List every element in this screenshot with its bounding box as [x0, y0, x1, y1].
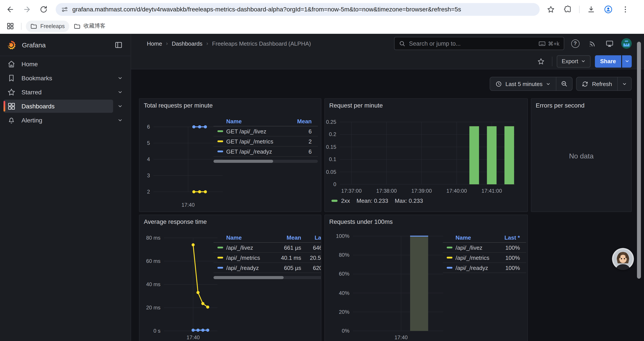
panel-total-requests: Total requests per minute 6543217:40 Nam…	[139, 98, 321, 212]
url-bar[interactable]	[56, 3, 540, 16]
legend-scrollbar[interactable]	[214, 160, 318, 163]
browser-menu-button[interactable]	[618, 3, 632, 16]
total-requests-chart[interactable]: 6543217:40	[154, 127, 223, 192]
expand-dashboards-button[interactable]	[113, 100, 127, 113]
extensions-button[interactable]	[561, 3, 574, 16]
grafana-brand: Grafana	[22, 41, 112, 49]
average-response-time-chart[interactable]: 80 ms60 ms40 ms20 ms0 s17:40	[164, 238, 218, 331]
sidebar-item-label: Starred	[22, 89, 42, 96]
panel-title[interactable]: Requests under 100ms	[329, 218, 393, 225]
dashboards-grid-icon	[7, 102, 16, 111]
scrollbar-thumb[interactable]	[214, 160, 273, 163]
share-menu-button[interactable]	[622, 55, 632, 67]
panel-errors-per-second: Errors per second No data	[531, 98, 632, 212]
sidebar-item-bookmarks[interactable]: Bookmarks	[4, 72, 127, 85]
sidebar-nav: Home Bookmarks Starred	[0, 56, 131, 127]
legend-row[interactable]: /api/_/readyz 100%	[443, 263, 526, 273]
sidebar-collapse-button[interactable]	[112, 39, 124, 51]
y-axis-tick: 40 ms	[146, 281, 160, 287]
legend-row[interactable]: GET /api/_/metrics 2	[214, 137, 318, 147]
grafana-sidebar: Grafana Home Bookmarks	[0, 34, 131, 341]
scrollbar-thumb[interactable]	[214, 276, 284, 279]
folder-icon	[30, 23, 37, 30]
legend-table: Name Mean Last * /api/_/livez 661 µs 646…	[214, 233, 321, 279]
floating-assistant-avatar[interactable]	[612, 248, 634, 270]
grafana-main: Home › Dashboards › Freeleaps Metrics Da…	[131, 34, 644, 341]
legend-row[interactable]: /api/_/metrics 40.1 ms 20.5 ms	[214, 253, 321, 263]
requests-under-100ms-chart[interactable]: 100%80%60%40%20%0%17:40	[353, 236, 443, 331]
request-per-minute-chart[interactable]: 0.250.20.150.10.05017:37:0017:38:0017:39…	[340, 122, 515, 184]
url-input[interactable]	[72, 6, 534, 13]
news-button[interactable]	[586, 37, 599, 50]
refresh-interval-button[interactable]	[618, 77, 631, 90]
x-axis-tick: 17:37:00	[341, 188, 362, 194]
search-bar[interactable]: ⌘+k	[394, 37, 564, 50]
dashboard-actions-row: Export Share	[131, 53, 644, 69]
downloads-button[interactable]	[584, 3, 598, 16]
legend-row[interactable]: /api/_/metrics 100%	[443, 253, 526, 263]
expand-bookmarks-button[interactable]	[113, 72, 127, 85]
time-controls: Last 5 minutes Refresh	[490, 77, 632, 91]
extensions-puzzle-icon	[564, 5, 572, 14]
search-input[interactable]	[409, 40, 538, 47]
y-axis-tick: 80%	[339, 252, 350, 258]
y-axis-tick: 0.15	[326, 144, 336, 150]
refresh-icon	[582, 81, 588, 87]
sidebar-item-starred[interactable]: Starred	[4, 86, 127, 99]
bookmark-folder-freeleaps[interactable]: Freeleaps	[26, 21, 69, 32]
legend-row[interactable]: /api/_/livez 661 µs 646 µs	[214, 243, 321, 253]
export-button[interactable]: Export	[557, 55, 590, 67]
refresh-button[interactable]: Refresh	[577, 77, 617, 90]
bookmarks-bar: Freeleaps 收藏博客	[0, 19, 644, 34]
panel-title[interactable]: Average response time	[144, 218, 207, 225]
bookmarks-divider	[21, 23, 22, 30]
reload-button[interactable]	[37, 3, 50, 16]
legend-row[interactable]: /api/_/livez 100%	[443, 243, 526, 253]
zoom-out-button[interactable]	[556, 77, 572, 90]
panel-request-per-minute: Request per minute 0.250.20.150.10.05017…	[324, 98, 528, 212]
y-axis-tick: 60 ms	[146, 258, 160, 264]
series-swatch	[218, 257, 223, 258]
apps-button[interactable]	[4, 21, 16, 32]
x-axis-tick: 17:38:00	[376, 188, 397, 194]
sidebar-item-home[interactable]: Home	[4, 58, 127, 71]
sidebar-item-dashboards[interactable]: Dashboards	[4, 100, 127, 113]
breadcrumb-home[interactable]: Home	[147, 40, 162, 47]
favorite-dashboard-button[interactable]	[534, 55, 548, 68]
bookmark-folder-blog[interactable]: 收藏博客	[69, 21, 110, 32]
forward-button[interactable]	[20, 3, 33, 16]
help-button[interactable]: ?	[568, 37, 582, 50]
panel-average-response-time: Average response time 80 ms60 ms40 ms20 …	[139, 215, 321, 341]
sidebar-item-label: Dashboards	[22, 103, 54, 110]
expand-starred-button[interactable]	[113, 86, 127, 99]
back-button[interactable]	[4, 3, 17, 16]
user-menu-button[interactable]	[620, 37, 633, 50]
legend-scrollbar[interactable]	[214, 276, 321, 279]
breadcrumb-dashboards[interactable]: Dashboards	[172, 40, 202, 47]
expand-alerting-button[interactable]	[113, 114, 127, 127]
profile-button[interactable]	[602, 3, 615, 16]
page-scrollbar[interactable]	[636, 34, 641, 341]
sidebar-item-alerting[interactable]: Alerting	[4, 114, 127, 127]
panel-requests-under-100ms: Requests under 100ms 100%80%60%40%20%0%1…	[324, 215, 528, 341]
panel-title[interactable]: Total requests per minute	[144, 102, 212, 109]
legend-line[interactable]: 2xx Mean: 0.233 Max: 0.233	[332, 197, 430, 204]
legend-row[interactable]: /api/_/readyz 605 µs 620 µs	[214, 263, 321, 273]
breadcrumb: Home › Dashboards › Freeleaps Metrics Da…	[147, 34, 311, 53]
share-button[interactable]: Share	[595, 55, 621, 67]
y-axis-tick: 0.25	[326, 119, 336, 125]
time-range-picker[interactable]: Last 5 minutes	[490, 77, 556, 90]
legend-row[interactable]: GET /api/_/readyz 6	[214, 147, 318, 157]
scrollbar-thumb[interactable]	[637, 42, 641, 279]
y-axis-tick: 4	[147, 156, 150, 162]
kiosk-mode-button[interactable]	[603, 37, 616, 50]
panel-title[interactable]: Request per minute	[329, 102, 383, 109]
screen: Freeleaps 收藏博客 Grafana	[0, 0, 644, 341]
panel-toggle-icon	[114, 41, 122, 49]
site-info-icon[interactable]	[61, 6, 68, 13]
bookmark-star-button[interactable]	[544, 3, 557, 16]
legend-row[interactable]: GET /api/_/livez 6	[214, 126, 318, 137]
panel-title[interactable]: Errors per second	[536, 102, 584, 109]
y-axis-tick: 3	[147, 172, 150, 179]
x-axis-tick: 17:41:00	[482, 188, 502, 194]
